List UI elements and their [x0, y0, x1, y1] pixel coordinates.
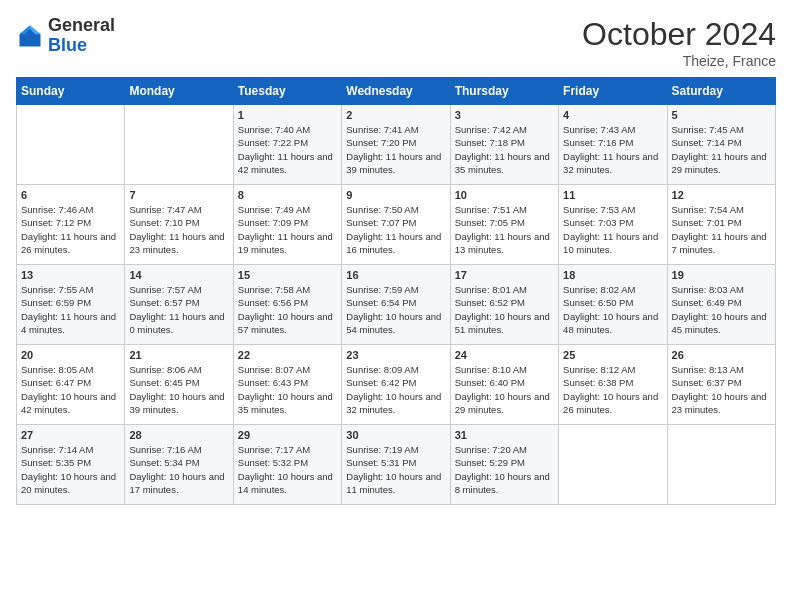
page-header: General Blue October 2024 Theize, France	[16, 16, 776, 69]
calendar-cell: 22Sunrise: 8:07 AMSunset: 6:43 PMDayligh…	[233, 345, 341, 425]
weekday-header: Saturday	[667, 78, 775, 105]
day-number: 27	[21, 429, 120, 441]
day-detail: Sunrise: 7:49 AMSunset: 7:09 PMDaylight:…	[238, 203, 337, 256]
calendar-week-row: 1Sunrise: 7:40 AMSunset: 7:22 PMDaylight…	[17, 105, 776, 185]
day-number: 2	[346, 109, 445, 121]
day-number: 19	[672, 269, 771, 281]
day-number: 31	[455, 429, 554, 441]
calendar-cell: 25Sunrise: 8:12 AMSunset: 6:38 PMDayligh…	[559, 345, 667, 425]
day-number: 16	[346, 269, 445, 281]
day-detail: Sunrise: 7:42 AMSunset: 7:18 PMDaylight:…	[455, 123, 554, 176]
calendar-cell: 30Sunrise: 7:19 AMSunset: 5:31 PMDayligh…	[342, 425, 450, 505]
calendar-cell: 28Sunrise: 7:16 AMSunset: 5:34 PMDayligh…	[125, 425, 233, 505]
calendar-table: SundayMondayTuesdayWednesdayThursdayFrid…	[16, 77, 776, 505]
calendar-cell: 5Sunrise: 7:45 AMSunset: 7:14 PMDaylight…	[667, 105, 775, 185]
day-number: 14	[129, 269, 228, 281]
day-number: 1	[238, 109, 337, 121]
weekday-header: Monday	[125, 78, 233, 105]
day-number: 17	[455, 269, 554, 281]
calendar-cell: 18Sunrise: 8:02 AMSunset: 6:50 PMDayligh…	[559, 265, 667, 345]
day-detail: Sunrise: 8:06 AMSunset: 6:45 PMDaylight:…	[129, 363, 228, 416]
calendar-cell: 9Sunrise: 7:50 AMSunset: 7:07 PMDaylight…	[342, 185, 450, 265]
day-detail: Sunrise: 8:02 AMSunset: 6:50 PMDaylight:…	[563, 283, 662, 336]
calendar-week-row: 27Sunrise: 7:14 AMSunset: 5:35 PMDayligh…	[17, 425, 776, 505]
day-number: 15	[238, 269, 337, 281]
day-detail: Sunrise: 7:46 AMSunset: 7:12 PMDaylight:…	[21, 203, 120, 256]
day-detail: Sunrise: 7:40 AMSunset: 7:22 PMDaylight:…	[238, 123, 337, 176]
day-number: 22	[238, 349, 337, 361]
day-detail: Sunrise: 7:50 AMSunset: 7:07 PMDaylight:…	[346, 203, 445, 256]
day-detail: Sunrise: 7:43 AMSunset: 7:16 PMDaylight:…	[563, 123, 662, 176]
calendar-cell: 16Sunrise: 7:59 AMSunset: 6:54 PMDayligh…	[342, 265, 450, 345]
day-number: 10	[455, 189, 554, 201]
calendar-cell: 26Sunrise: 8:13 AMSunset: 6:37 PMDayligh…	[667, 345, 775, 425]
day-detail: Sunrise: 7:45 AMSunset: 7:14 PMDaylight:…	[672, 123, 771, 176]
weekday-header: Thursday	[450, 78, 558, 105]
day-number: 9	[346, 189, 445, 201]
day-number: 29	[238, 429, 337, 441]
calendar-cell: 20Sunrise: 8:05 AMSunset: 6:47 PMDayligh…	[17, 345, 125, 425]
calendar-cell: 24Sunrise: 8:10 AMSunset: 6:40 PMDayligh…	[450, 345, 558, 425]
day-number: 21	[129, 349, 228, 361]
weekday-row: SundayMondayTuesdayWednesdayThursdayFrid…	[17, 78, 776, 105]
day-detail: Sunrise: 7:59 AMSunset: 6:54 PMDaylight:…	[346, 283, 445, 336]
calendar-cell: 12Sunrise: 7:54 AMSunset: 7:01 PMDayligh…	[667, 185, 775, 265]
day-number: 13	[21, 269, 120, 281]
logo-icon	[16, 22, 44, 50]
calendar-cell: 19Sunrise: 8:03 AMSunset: 6:49 PMDayligh…	[667, 265, 775, 345]
day-detail: Sunrise: 7:20 AMSunset: 5:29 PMDaylight:…	[455, 443, 554, 496]
calendar-cell: 8Sunrise: 7:49 AMSunset: 7:09 PMDaylight…	[233, 185, 341, 265]
day-detail: Sunrise: 7:54 AMSunset: 7:01 PMDaylight:…	[672, 203, 771, 256]
calendar-cell: 2Sunrise: 7:41 AMSunset: 7:20 PMDaylight…	[342, 105, 450, 185]
day-number: 28	[129, 429, 228, 441]
calendar-cell: 3Sunrise: 7:42 AMSunset: 7:18 PMDaylight…	[450, 105, 558, 185]
calendar-cell	[667, 425, 775, 505]
day-detail: Sunrise: 7:16 AMSunset: 5:34 PMDaylight:…	[129, 443, 228, 496]
day-detail: Sunrise: 8:05 AMSunset: 6:47 PMDaylight:…	[21, 363, 120, 416]
day-detail: Sunrise: 8:01 AMSunset: 6:52 PMDaylight:…	[455, 283, 554, 336]
calendar-cell: 7Sunrise: 7:47 AMSunset: 7:10 PMDaylight…	[125, 185, 233, 265]
logo-text: General Blue	[48, 16, 115, 56]
calendar-cell: 23Sunrise: 8:09 AMSunset: 6:42 PMDayligh…	[342, 345, 450, 425]
calendar-cell: 31Sunrise: 7:20 AMSunset: 5:29 PMDayligh…	[450, 425, 558, 505]
weekday-header: Friday	[559, 78, 667, 105]
day-number: 7	[129, 189, 228, 201]
day-detail: Sunrise: 8:07 AMSunset: 6:43 PMDaylight:…	[238, 363, 337, 416]
day-number: 11	[563, 189, 662, 201]
month-title: October 2024	[582, 16, 776, 53]
logo-blue: Blue	[48, 35, 87, 55]
calendar-cell: 27Sunrise: 7:14 AMSunset: 5:35 PMDayligh…	[17, 425, 125, 505]
day-detail: Sunrise: 8:03 AMSunset: 6:49 PMDaylight:…	[672, 283, 771, 336]
calendar-week-row: 13Sunrise: 7:55 AMSunset: 6:59 PMDayligh…	[17, 265, 776, 345]
calendar-cell: 15Sunrise: 7:58 AMSunset: 6:56 PMDayligh…	[233, 265, 341, 345]
day-number: 30	[346, 429, 445, 441]
calendar-week-row: 6Sunrise: 7:46 AMSunset: 7:12 PMDaylight…	[17, 185, 776, 265]
calendar-cell: 10Sunrise: 7:51 AMSunset: 7:05 PMDayligh…	[450, 185, 558, 265]
logo-general: General	[48, 15, 115, 35]
day-number: 6	[21, 189, 120, 201]
day-number: 18	[563, 269, 662, 281]
location-title: Theize, France	[582, 53, 776, 69]
day-number: 25	[563, 349, 662, 361]
day-number: 8	[238, 189, 337, 201]
day-number: 23	[346, 349, 445, 361]
title-block: October 2024 Theize, France	[582, 16, 776, 69]
day-number: 4	[563, 109, 662, 121]
calendar-cell: 11Sunrise: 7:53 AMSunset: 7:03 PMDayligh…	[559, 185, 667, 265]
day-detail: Sunrise: 7:17 AMSunset: 5:32 PMDaylight:…	[238, 443, 337, 496]
calendar-cell: 13Sunrise: 7:55 AMSunset: 6:59 PMDayligh…	[17, 265, 125, 345]
day-detail: Sunrise: 8:12 AMSunset: 6:38 PMDaylight:…	[563, 363, 662, 416]
day-detail: Sunrise: 7:55 AMSunset: 6:59 PMDaylight:…	[21, 283, 120, 336]
calendar-cell: 6Sunrise: 7:46 AMSunset: 7:12 PMDaylight…	[17, 185, 125, 265]
calendar-header: SundayMondayTuesdayWednesdayThursdayFrid…	[17, 78, 776, 105]
calendar-week-row: 20Sunrise: 8:05 AMSunset: 6:47 PMDayligh…	[17, 345, 776, 425]
calendar-cell: 21Sunrise: 8:06 AMSunset: 6:45 PMDayligh…	[125, 345, 233, 425]
weekday-header: Tuesday	[233, 78, 341, 105]
calendar-cell: 4Sunrise: 7:43 AMSunset: 7:16 PMDaylight…	[559, 105, 667, 185]
calendar-cell	[17, 105, 125, 185]
weekday-header: Sunday	[17, 78, 125, 105]
calendar-cell: 17Sunrise: 8:01 AMSunset: 6:52 PMDayligh…	[450, 265, 558, 345]
day-number: 5	[672, 109, 771, 121]
day-detail: Sunrise: 7:57 AMSunset: 6:57 PMDaylight:…	[129, 283, 228, 336]
day-detail: Sunrise: 7:14 AMSunset: 5:35 PMDaylight:…	[21, 443, 120, 496]
